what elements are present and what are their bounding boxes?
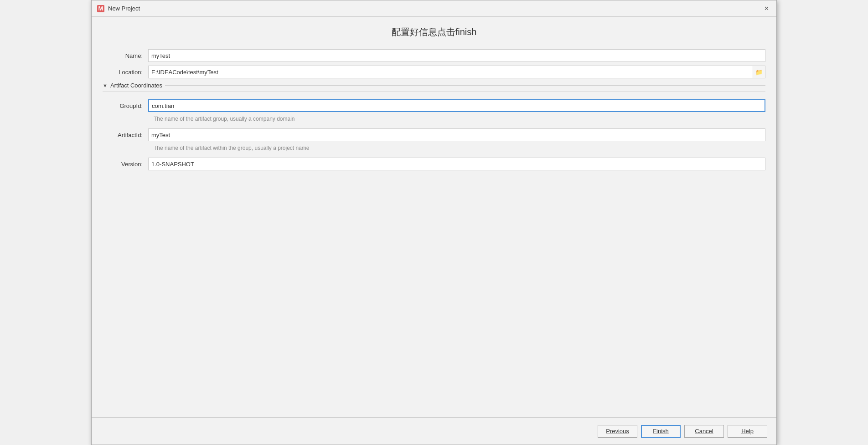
version-input[interactable] [148, 158, 765, 170]
artifact-id-label: ArtifactId: [103, 132, 148, 138]
location-input-group: 📁 [148, 66, 765, 78]
artifact-id-input[interactable] [148, 128, 765, 141]
finish-label: Finish [653, 428, 669, 435]
section-divider [165, 85, 765, 86]
subtitle: 配置好信息点击finish [103, 26, 765, 38]
group-id-input[interactable] [148, 99, 765, 112]
location-input[interactable] [148, 66, 753, 78]
title-bar: M New Project ✕ [92, 0, 776, 17]
name-input[interactable] [148, 49, 765, 62]
new-project-dialog: M New Project ✕ 配置好信息点击finish Name: Loca… [91, 0, 777, 445]
title-bar-left: M New Project [97, 5, 140, 12]
artifact-id-field-row: ArtifactId: [103, 128, 765, 141]
cancel-button[interactable]: Cancel [684, 425, 724, 438]
previous-button[interactable]: Previous [598, 425, 637, 438]
browse-button[interactable]: 📁 [753, 66, 765, 78]
artifact-section-title: Artifact Coordinates [110, 82, 162, 89]
artifact-section-header: ▼ Artifact Coordinates [103, 82, 765, 92]
close-button[interactable]: ✕ [762, 4, 771, 13]
finish-button[interactable]: Finish [641, 425, 681, 438]
artifact-id-hint: The name of the artifact within the grou… [154, 145, 765, 151]
name-field-row: Name: [103, 49, 765, 62]
version-label: Version: [103, 161, 148, 168]
section-toggle-icon[interactable]: ▼ [103, 83, 108, 88]
name-label: Name: [103, 52, 148, 59]
help-label: Help [741, 428, 754, 435]
group-id-field-row: GroupId: [103, 99, 765, 112]
location-label: Location: [103, 69, 148, 76]
version-field-row: Version: [103, 158, 765, 170]
group-id-label: GroupId: [103, 102, 148, 109]
dialog-title: New Project [108, 5, 140, 12]
content-area: 配置好信息点击finish Name: Location: 📁 ▼ Artifa… [92, 17, 776, 417]
folder-icon: 📁 [755, 69, 763, 76]
app-icon: M [97, 5, 104, 12]
bottom-bar: Previous Finish Cancel Help [92, 417, 776, 445]
location-field-row: Location: 📁 [103, 66, 765, 78]
group-id-hint: The name of the artifact group, usually … [154, 116, 765, 122]
cancel-label: Cancel [695, 428, 713, 435]
previous-label: Previous [606, 428, 629, 435]
help-button[interactable]: Help [728, 425, 767, 438]
